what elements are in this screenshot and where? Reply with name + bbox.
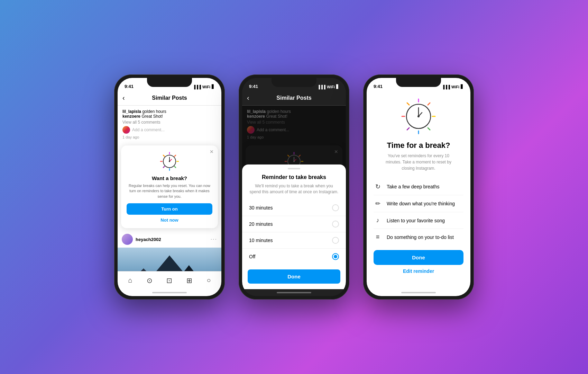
home-indicator-2: [242, 289, 346, 296]
radio-off[interactable]: [332, 253, 339, 260]
nav-shop-icon-1[interactable]: ⊡: [166, 276, 172, 285]
done-area: Done Edit reminder: [374, 245, 463, 275]
activity-label-3: Listen to your favorite song: [387, 218, 445, 223]
activity-label-1: Take a few deep breaths: [387, 184, 440, 189]
nav-bar-1: ‹ Similar Posts: [118, 90, 221, 106]
card-desc-1: Regular breaks can help you reset. You c…: [127, 183, 212, 199]
wifi-icon-1: WiFi: [202, 85, 210, 89]
post-image-1: [118, 248, 221, 271]
post-text-1: golden hours: [142, 109, 166, 114]
home-indicator-1: [118, 289, 221, 296]
user-row-1: heyach2002 ···: [118, 231, 221, 248]
sheet-done-button[interactable]: Done: [248, 269, 340, 284]
done-button-3[interactable]: Done: [374, 250, 463, 265]
notch-1: [147, 78, 192, 87]
sheet-title: Reminder to take breaks: [242, 174, 346, 180]
post-line-1: lil_lapisla golden hours: [122, 109, 217, 114]
sheet-option-10[interactable]: 10 minutes: [242, 232, 346, 249]
nav-title-2: Similar Posts: [276, 95, 311, 101]
signal-icon-3: ▐▐▐: [442, 85, 450, 89]
phone-3: 9:41 ▐▐▐ WiFi ▋: [363, 74, 474, 300]
svg-point-40: [417, 115, 420, 117]
sheet-option-off[interactable]: Off: [242, 249, 346, 265]
clock-svg-1: [159, 151, 180, 172]
home-bar-1: [152, 292, 187, 293]
notch-3: [396, 78, 441, 87]
close-btn-1[interactable]: ✕: [210, 149, 214, 154]
mountain-svg-1: [118, 248, 221, 271]
card-title-1: Want a break?: [127, 175, 212, 181]
battery-icon-2: ▋: [336, 84, 339, 89]
post-text-2: Great Shot!: [141, 114, 163, 119]
radio-30[interactable]: [332, 204, 339, 211]
username-main-1[interactable]: heyach2002: [136, 237, 208, 242]
svg-line-1: [175, 155, 176, 157]
phone-2-screen: 9:41 ▐▐▐ WiFi ▋ ‹ Similar Posts lil_lapi…: [242, 78, 346, 296]
activity-icon-3: ♪: [374, 217, 382, 224]
home-bar-2: [277, 292, 311, 293]
not-now-button[interactable]: Not now: [160, 217, 178, 223]
content-2: lil_lapisla golden hours kenzoere Great …: [242, 106, 346, 289]
svg-line-34: [407, 128, 409, 130]
bottom-nav-1: ⌂ ⊙ ⊡ ⊞ ○: [118, 271, 221, 289]
signal-icon-2: ▐▐▐: [317, 85, 325, 89]
nav-profile-icon-1[interactable]: ○: [206, 276, 211, 284]
status-icons-1: ▐▐▐ WiFi ▋: [193, 84, 214, 89]
svg-point-11: [169, 161, 170, 162]
break-screen: Time for a break? You've set reminders f…: [367, 90, 470, 289]
option-10-label: 10 minutes: [249, 238, 273, 243]
clock-icon-1: [159, 151, 180, 172]
status-icons-2: ▐▐▐ WiFi ▋: [317, 84, 339, 89]
post-line-2: kenzoere Great Shot!: [122, 114, 217, 119]
svg-line-3: [175, 167, 176, 168]
activity-icon-2: ✏: [374, 200, 382, 207]
comment-placeholder-1[interactable]: Add a comment...: [132, 127, 165, 132]
signal-icon-1: ▐▐▐: [193, 85, 201, 89]
svg-line-32: [428, 128, 430, 130]
more-options-1[interactable]: ···: [211, 236, 217, 242]
phone-2: 9:41 ▐▐▐ WiFi ▋ ‹ Similar Posts lil_lapi…: [239, 74, 349, 300]
nav-home-icon-1[interactable]: ⌂: [128, 276, 132, 284]
activity-row-2: ✏ Write down what you're thinking: [374, 195, 463, 212]
edit-reminder-button[interactable]: Edit reminder: [374, 268, 463, 275]
phone-1: 9:41 ▐▐▐ WiFi ▋ ‹ Similar Posts lil_lapi…: [114, 74, 225, 300]
radio-20[interactable]: [332, 221, 339, 228]
activity-row-4: ≡ Do something on your to-do list: [374, 229, 463, 245]
activity-label-2: Write down what you're thinking: [387, 201, 455, 206]
nav-bar-2: ‹ Similar Posts: [242, 90, 346, 106]
home-indicator-3: [367, 289, 470, 296]
nav-title-1: Similar Posts: [152, 95, 187, 101]
wifi-icon-3: WiFi: [451, 85, 459, 89]
big-clock-wrap: [374, 97, 463, 135]
turn-on-button[interactable]: Turn on: [127, 203, 212, 215]
status-time-2: 9:41: [249, 84, 258, 89]
big-clock-svg: [399, 97, 438, 135]
radio-10[interactable]: [332, 237, 339, 244]
svg-line-5: [163, 167, 165, 168]
bottom-sheet: Reminder to take breaks We'll remind you…: [242, 164, 346, 289]
option-20-label: 20 minutes: [249, 221, 273, 227]
view-comments-1[interactable]: View all 5 comments: [122, 120, 217, 125]
battery-icon-1: ▋: [212, 84, 214, 89]
phone-1-screen: 9:41 ▐▐▐ WiFi ▋ ‹ Similar Posts lil_lapi…: [118, 78, 221, 296]
svg-line-7: [163, 155, 165, 157]
wifi-icon-2: WiFi: [327, 85, 335, 89]
user2[interactable]: kenzoere: [122, 114, 140, 119]
sheet-option-30[interactable]: 30 minutes: [242, 200, 346, 216]
comment-row-1: Add a comment...: [122, 126, 217, 134]
break-card-1: ✕: [121, 145, 218, 228]
svg-line-30: [428, 103, 430, 105]
status-time-3: 9:41: [374, 84, 383, 89]
nav-bag-icon-1[interactable]: ⊞: [186, 276, 192, 285]
back-button-1[interactable]: ‹: [122, 94, 125, 102]
sheet-desc: We'll remind you to take a break when yo…: [242, 183, 346, 195]
nav-search-icon-1[interactable]: ⊙: [147, 276, 153, 285]
option-30-label: 30 minutes: [249, 205, 273, 211]
user1[interactable]: lil_lapisla: [122, 109, 141, 114]
back-button-2[interactable]: ‹: [247, 94, 249, 102]
status-icons-3: ▐▐▐ WiFi ▋: [442, 84, 463, 89]
activity-row-3: ♪ Listen to your favorite song: [374, 212, 463, 229]
sheet-option-20[interactable]: 20 minutes: [242, 216, 346, 232]
break-title: Time for a break?: [374, 141, 463, 150]
activity-icon-1: ↻: [374, 183, 382, 190]
